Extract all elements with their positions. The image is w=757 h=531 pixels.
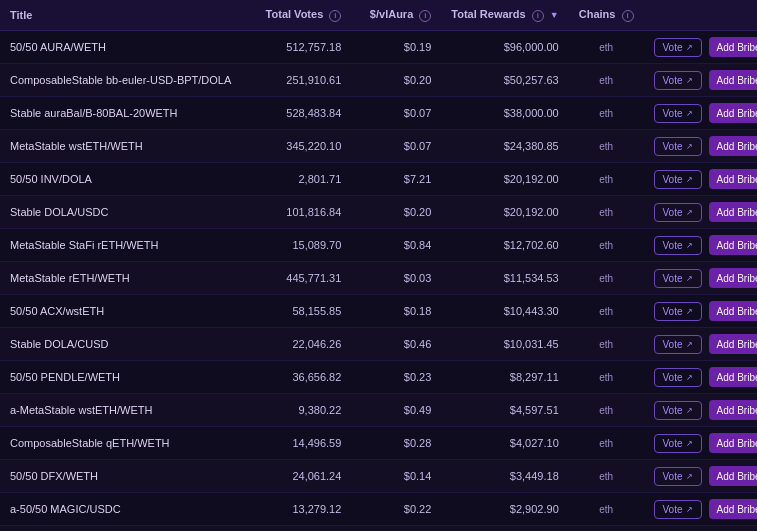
vote-external-icon: ↗: [686, 373, 693, 382]
cell-dollar-vlaura: $0.28: [351, 427, 441, 460]
cell-total-votes: 251,910.61: [241, 64, 351, 97]
cell-total-rewards: $10,443.30: [441, 295, 568, 328]
vote-button[interactable]: Vote ↗: [654, 302, 702, 321]
cell-actions: Vote ↗ Add Bribe ⊕: [644, 460, 758, 493]
cell-chain: eth: [569, 262, 644, 295]
col-header-actions: [644, 0, 758, 31]
cell-total-votes: 36,656.82: [241, 361, 351, 394]
add-bribe-button[interactable]: Add Bribe ⊕: [709, 103, 757, 123]
vote-external-icon: ↗: [686, 307, 693, 316]
cell-total-votes: 345,220.10: [241, 130, 351, 163]
add-bribe-button[interactable]: Add Bribe ⊕: [709, 202, 757, 222]
vote-button[interactable]: Vote ↗: [654, 500, 702, 519]
chains-info-icon[interactable]: i: [622, 10, 634, 22]
cell-title: 50/50 PENDLE/WETH: [0, 361, 241, 394]
cell-chain: eth: [569, 427, 644, 460]
cell-title: 50/50 AURA/WETH: [0, 31, 241, 64]
vote-button[interactable]: Vote ↗: [654, 467, 702, 486]
add-bribe-button[interactable]: Add Bribe ⊕: [709, 466, 757, 486]
cell-chain: eth: [569, 394, 644, 427]
cell-total-rewards: $4,027.10: [441, 427, 568, 460]
add-bribe-button[interactable]: Add Bribe ⊕: [709, 433, 757, 453]
cell-total-rewards: $38,000.00: [441, 97, 568, 130]
cell-title: 50/50 DFX/WETH: [0, 460, 241, 493]
vote-external-icon: ↗: [686, 175, 693, 184]
cell-title: 50/50 INV/DOLA: [0, 163, 241, 196]
cell-actions: Vote ↗ Add Bribe ⊕: [644, 64, 758, 97]
vote-button[interactable]: Vote ↗: [654, 71, 702, 90]
table-row: 50/50 ACX/wstETH 58,155.85 $0.18 $10,443…: [0, 295, 757, 328]
cell-actions: Vote ↗ Add Bribe ⊕: [644, 31, 758, 64]
cell-total-rewards: $20,192.00: [441, 196, 568, 229]
cell-chain: eth: [569, 229, 644, 262]
cell-dollar-vlaura: $0.18: [351, 295, 441, 328]
add-bribe-button[interactable]: Add Bribe ⊕: [709, 268, 757, 288]
cell-total-rewards: $96,000.00: [441, 31, 568, 64]
bribes-table: Title Total Votes i $/vlAura i Total Rew…: [0, 0, 757, 531]
cell-chain: eth: [569, 493, 644, 526]
vote-button[interactable]: Vote ↗: [654, 368, 702, 387]
cell-total-rewards: $2,902.90: [441, 493, 568, 526]
vote-external-icon: ↗: [686, 274, 693, 283]
vote-button[interactable]: Vote ↗: [654, 104, 702, 123]
add-bribe-button[interactable]: Add Bribe ⊕: [709, 367, 757, 387]
col-header-total-rewards[interactable]: Total Rewards i ▼: [441, 0, 568, 31]
table-body: 50/50 AURA/WETH 512,757.18 $0.19 $96,000…: [0, 31, 757, 532]
add-bribe-button[interactable]: Add Bribe ⊕: [709, 400, 757, 420]
cell-chain: eth: [569, 130, 644, 163]
cell-total-votes: 445,771.31: [241, 262, 351, 295]
vote-button[interactable]: Vote ↗: [654, 401, 702, 420]
cell-total-rewards: $20,192.00: [441, 163, 568, 196]
vote-external-icon: ↗: [686, 439, 693, 448]
add-bribe-button[interactable]: Add Bribe ⊕: [709, 136, 757, 156]
vote-button[interactable]: Vote ↗: [654, 38, 702, 57]
total-votes-info-icon[interactable]: i: [329, 10, 341, 22]
cell-dollar-vlaura: $0.20: [351, 64, 441, 97]
table-row: Stable DOLA/CUSD 22,046.26 $0.46 $10,031…: [0, 328, 757, 361]
vote-button[interactable]: Vote ↗: [654, 236, 702, 255]
col-header-chains: Chains i: [569, 0, 644, 31]
total-rewards-info-icon[interactable]: i: [532, 10, 544, 22]
vote-button[interactable]: Vote ↗: [654, 434, 702, 453]
table-row: MetaStable wstETH/cbETH 0.00 $2,182.69 $…: [0, 526, 757, 532]
cell-chain: eth: [569, 295, 644, 328]
table-row: Stable auraBal/B-80BAL-20WETH 528,483.84…: [0, 97, 757, 130]
main-table-container: Title Total Votes i $/vlAura i Total Rew…: [0, 0, 757, 531]
cell-title: MetaStable wstETH/WETH: [0, 130, 241, 163]
cell-chain: eth: [569, 526, 644, 532]
add-bribe-button[interactable]: Add Bribe ⊕: [709, 334, 757, 354]
cell-total-votes: 15,089.70: [241, 229, 351, 262]
cell-title: a-MetaStable wstETH/WETH: [0, 394, 241, 427]
cell-total-votes: 14,496.59: [241, 427, 351, 460]
dollar-vlaura-info-icon[interactable]: i: [419, 10, 431, 22]
col-header-total-votes: Total Votes i: [241, 0, 351, 31]
cell-title: MetaStable rETH/WETH: [0, 262, 241, 295]
total-rewards-sort-icon: ▼: [550, 10, 559, 20]
table-row: MetaStable wstETH/WETH 345,220.10 $0.07 …: [0, 130, 757, 163]
cell-total-rewards: $10,031.45: [441, 328, 568, 361]
add-bribe-button[interactable]: Add Bribe ⊕: [709, 301, 757, 321]
add-bribe-button[interactable]: Add Bribe ⊕: [709, 235, 757, 255]
cell-total-rewards: $3,449.18: [441, 460, 568, 493]
add-bribe-button[interactable]: Add Bribe ⊕: [709, 499, 757, 519]
cell-dollar-vlaura: $0.19: [351, 31, 441, 64]
cell-title: Stable DOLA/CUSD: [0, 328, 241, 361]
vote-external-icon: ↗: [686, 109, 693, 118]
add-bribe-button[interactable]: Add Bribe ⊕: [709, 169, 757, 189]
vote-button[interactable]: Vote ↗: [654, 170, 702, 189]
cell-dollar-vlaura: $0.84: [351, 229, 441, 262]
cell-total-rewards: $50,257.63: [441, 64, 568, 97]
add-bribe-button[interactable]: Add Bribe ⊕: [709, 70, 757, 90]
table-row: 50/50 AURA/WETH 512,757.18 $0.19 $96,000…: [0, 31, 757, 64]
cell-title: MetaStable wstETH/cbETH: [0, 526, 241, 532]
vote-external-icon: ↗: [686, 142, 693, 151]
cell-chain: eth: [569, 163, 644, 196]
cell-actions: Vote ↗ Add Bribe ⊕: [644, 196, 758, 229]
table-row: MetaStable StaFi rETH/WETH 15,089.70 $0.…: [0, 229, 757, 262]
vote-button[interactable]: Vote ↗: [654, 137, 702, 156]
vote-button[interactable]: Vote ↗: [654, 269, 702, 288]
add-bribe-button[interactable]: Add Bribe ⊕: [709, 37, 757, 57]
vote-button[interactable]: Vote ↗: [654, 335, 702, 354]
vote-button[interactable]: Vote ↗: [654, 203, 702, 222]
cell-actions: Vote ↗ Add Bribe ⊕: [644, 229, 758, 262]
